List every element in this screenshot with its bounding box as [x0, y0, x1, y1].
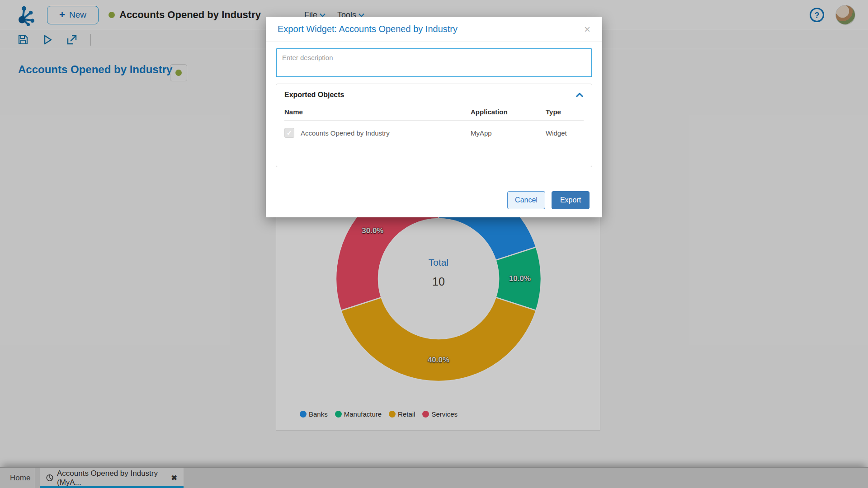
close-icon[interactable]: × [584, 24, 590, 35]
exported-objects-title: Exported Objects [284, 91, 344, 99]
row-application: MyApp [471, 129, 546, 137]
modal-header: Export Widget: Accounts Opened by Indust… [266, 17, 602, 42]
col-header-name: Name [284, 108, 471, 116]
cancel-button[interactable]: Cancel [507, 191, 545, 209]
export-button[interactable]: Export [552, 191, 590, 209]
table-row: ✓ Accounts Opened by Industry MyApp Widg… [284, 121, 584, 138]
row-checkbox[interactable]: ✓ [284, 128, 294, 138]
exported-objects-table: Name Application Type ✓ Accounts Opened … [276, 102, 592, 138]
row-name: Accounts Opened by Industry [301, 129, 390, 137]
modal-title: Export Widget: Accounts Opened by Indust… [278, 24, 458, 34]
col-header-type: Type [546, 108, 584, 116]
col-header-application: Application [471, 108, 546, 116]
chevron-up-icon[interactable] [576, 91, 584, 99]
exported-objects-section: Exported Objects Name Application Type ✓… [276, 84, 592, 167]
export-widget-dialog: Export Widget: Accounts Opened by Indust… [266, 17, 602, 217]
description-input[interactable] [276, 48, 592, 77]
row-type: Widget [546, 129, 584, 137]
